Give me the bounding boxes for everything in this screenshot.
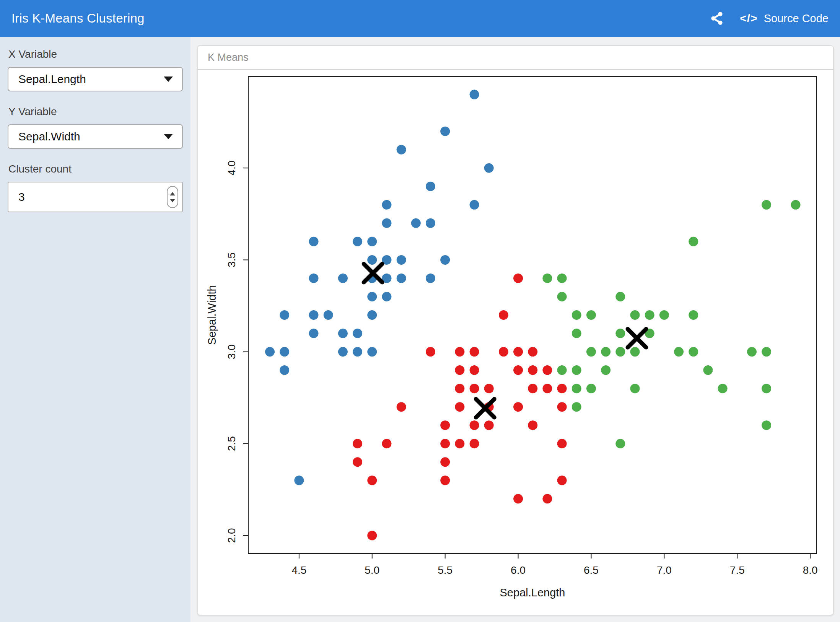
point-cluster-2 bbox=[440, 439, 450, 448]
point-cluster-2 bbox=[470, 384, 479, 393]
point-cluster-2 bbox=[528, 347, 537, 357]
x-tick-label: 6.5 bbox=[584, 564, 599, 576]
cluster-count-input[interactable] bbox=[8, 182, 183, 212]
point-cluster-1 bbox=[411, 218, 421, 228]
point-cluster-1 bbox=[324, 310, 333, 320]
point-cluster-3 bbox=[630, 384, 640, 393]
code-icon: </> bbox=[740, 12, 757, 25]
point-cluster-2 bbox=[455, 347, 464, 357]
kmeans-scatter-plot: 4.55.05.56.06.57.07.58.02.02.53.03.54.0S… bbox=[198, 70, 833, 615]
point-cluster-3 bbox=[615, 329, 625, 338]
point-cluster-2 bbox=[470, 347, 479, 357]
point-cluster-1 bbox=[367, 237, 377, 246]
y-variable-label: Y Variable bbox=[8, 106, 183, 118]
point-cluster-1 bbox=[367, 255, 377, 265]
point-cluster-1 bbox=[397, 145, 406, 155]
point-cluster-2 bbox=[353, 457, 362, 467]
x-tick-label: 4.5 bbox=[291, 564, 306, 576]
point-cluster-3 bbox=[586, 347, 596, 357]
point-cluster-1 bbox=[440, 255, 450, 265]
point-cluster-2 bbox=[542, 365, 552, 375]
point-cluster-3 bbox=[572, 310, 581, 320]
point-cluster-3 bbox=[689, 237, 698, 246]
point-cluster-3 bbox=[572, 402, 581, 412]
x-tick-label: 7.5 bbox=[730, 564, 745, 576]
x-tick-label: 8.0 bbox=[803, 564, 818, 576]
point-cluster-1 bbox=[440, 127, 450, 136]
point-cluster-3 bbox=[557, 365, 567, 375]
point-cluster-2 bbox=[455, 384, 464, 393]
x-tick-label: 7.0 bbox=[657, 564, 672, 576]
point-cluster-1 bbox=[280, 347, 289, 357]
y-axis-title: Sepal.Width bbox=[206, 285, 218, 345]
cluster-count-field bbox=[8, 182, 183, 212]
x-tick-label: 5.0 bbox=[365, 564, 379, 576]
point-cluster-1 bbox=[397, 255, 406, 265]
point-cluster-2 bbox=[440, 420, 450, 430]
point-cluster-3 bbox=[601, 365, 610, 375]
spinner-up-icon[interactable] bbox=[170, 192, 175, 195]
point-cluster-2 bbox=[557, 475, 567, 485]
point-cluster-1 bbox=[353, 347, 362, 357]
point-cluster-2 bbox=[470, 439, 479, 448]
point-cluster-2 bbox=[455, 402, 464, 412]
point-cluster-2 bbox=[455, 439, 464, 448]
point-cluster-2 bbox=[542, 384, 552, 393]
point-cluster-2 bbox=[528, 384, 537, 393]
point-cluster-3 bbox=[630, 310, 640, 320]
y-tick-label: 3.5 bbox=[226, 252, 238, 267]
point-cluster-3 bbox=[762, 200, 771, 210]
point-cluster-3 bbox=[689, 347, 698, 357]
point-cluster-2 bbox=[484, 420, 494, 430]
point-cluster-1 bbox=[426, 218, 435, 228]
kmeans-card: K Means 4.55.05.56.06.57.07.58.02.02.53.… bbox=[197, 45, 834, 615]
point-cluster-3 bbox=[542, 274, 552, 283]
point-cluster-2 bbox=[513, 274, 523, 283]
point-cluster-2 bbox=[367, 531, 377, 540]
point-cluster-3 bbox=[645, 310, 654, 320]
x-variable-value: Sepal.Length bbox=[18, 73, 86, 86]
point-cluster-1 bbox=[338, 329, 348, 338]
point-cluster-1 bbox=[397, 274, 406, 283]
share-icon[interactable] bbox=[709, 11, 724, 26]
point-cluster-1 bbox=[484, 163, 494, 173]
source-code-label: Source Code bbox=[764, 12, 829, 25]
point-cluster-2 bbox=[470, 420, 479, 430]
point-cluster-1 bbox=[353, 329, 362, 338]
point-cluster-1 bbox=[367, 347, 377, 357]
point-cluster-3 bbox=[615, 292, 625, 301]
point-cluster-3 bbox=[791, 200, 801, 210]
x-variable-select[interactable]: Sepal.Length bbox=[8, 67, 183, 91]
point-cluster-3 bbox=[557, 292, 567, 301]
point-cluster-2 bbox=[455, 365, 464, 375]
app-header: Iris K-Means Clustering </> Source Code bbox=[0, 0, 840, 37]
x-tick-label: 6.0 bbox=[511, 564, 526, 576]
y-variable-select[interactable]: Sepal.Width bbox=[8, 124, 183, 149]
point-cluster-2 bbox=[499, 310, 508, 320]
point-cluster-1 bbox=[470, 90, 479, 99]
x-variable-label: X Variable bbox=[8, 48, 183, 60]
point-cluster-3 bbox=[659, 310, 669, 320]
point-cluster-2 bbox=[499, 347, 508, 357]
point-cluster-3 bbox=[572, 365, 581, 375]
point-cluster-2 bbox=[513, 347, 523, 357]
point-cluster-3 bbox=[689, 310, 698, 320]
point-cluster-2 bbox=[513, 402, 523, 412]
spinner-down-icon[interactable] bbox=[170, 199, 175, 202]
point-cluster-1 bbox=[382, 218, 391, 228]
chevron-down-icon bbox=[164, 134, 173, 139]
point-cluster-2 bbox=[513, 365, 523, 375]
y-tick-label: 2.0 bbox=[226, 528, 238, 543]
point-cluster-2 bbox=[557, 384, 567, 393]
x-tick-label: 5.5 bbox=[438, 564, 453, 576]
y-tick-label: 2.5 bbox=[226, 436, 238, 451]
point-cluster-2 bbox=[440, 475, 450, 485]
point-cluster-3 bbox=[572, 384, 581, 393]
point-cluster-1 bbox=[265, 347, 275, 357]
point-cluster-1 bbox=[309, 329, 319, 338]
plot-box bbox=[248, 77, 817, 554]
source-code-link[interactable]: </> Source Code bbox=[740, 12, 829, 25]
point-cluster-3 bbox=[586, 384, 596, 393]
point-cluster-2 bbox=[470, 365, 479, 375]
point-cluster-2 bbox=[367, 475, 377, 485]
